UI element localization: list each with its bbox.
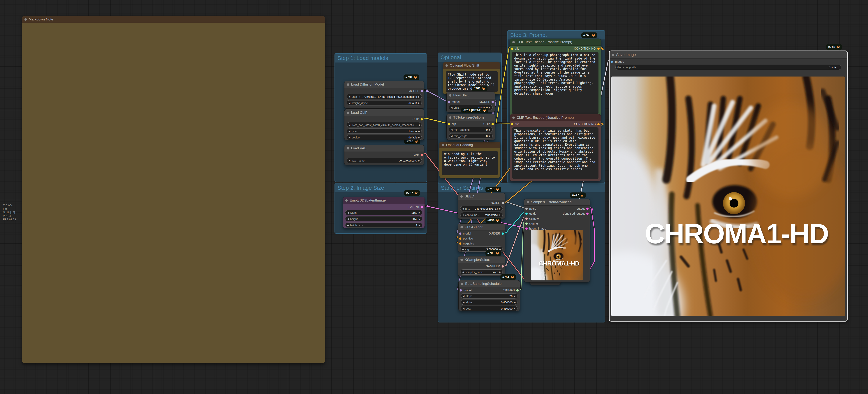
arrow-right-icon[interactable] xyxy=(499,214,501,216)
slot-row-clip-conditioning[interactable]: clipCONDITIONING xyxy=(510,122,601,126)
node-cfg-guider[interactable]: CFGGuider modelGUIDER positive negative … xyxy=(458,223,505,252)
arrow-left-icon[interactable] xyxy=(462,271,464,273)
note-titlebar[interactable]: Optional Flow Shift xyxy=(443,62,500,69)
arrow-left-icon[interactable] xyxy=(462,248,464,250)
input-dot[interactable] xyxy=(511,123,514,125)
arrow-right-icon[interactable] xyxy=(514,295,516,297)
output-dot[interactable] xyxy=(491,101,494,103)
arrow-left-icon[interactable] xyxy=(347,224,349,226)
widget-type[interactable]: typechroma xyxy=(347,129,422,134)
arrow-right-icon[interactable] xyxy=(499,248,501,250)
node-titlebar[interactable]: Save Image xyxy=(610,51,847,59)
node-titlebar[interactable]: CLIP Text Encode (Negative Prompt) xyxy=(510,114,601,121)
arrow-left-icon[interactable] xyxy=(347,212,349,214)
arrow-left-icon[interactable] xyxy=(348,95,350,98)
prompt-textarea[interactable]: This greyscale unfinished sketch has bad… xyxy=(512,128,598,179)
output-dot[interactable] xyxy=(491,123,494,125)
node-load-vae[interactable]: Load VAE VAE vae_nameae.safetensors xyxy=(344,145,424,165)
arrow-left-icon[interactable] xyxy=(463,307,464,310)
slot-row-clip[interactable]: clipCLIP xyxy=(446,121,495,126)
arrow-right-icon[interactable] xyxy=(514,307,516,310)
input-dot[interactable] xyxy=(459,242,462,245)
slot-row-model[interactable]: modelMODEL xyxy=(446,100,495,104)
widget-noise-seed[interactable]: n ...243759308503783 xyxy=(460,206,503,211)
node-load-clip[interactable]: Load CLIP CLIP t5xxl_flan_latest_float8_… xyxy=(344,109,424,140)
output-dot[interactable] xyxy=(421,90,423,92)
widget-beta[interactable]: beta0.450000 xyxy=(461,306,518,311)
slot-row-model-sigmas[interactable]: modelSIGMAS xyxy=(459,288,520,293)
slot-row-clip-conditioning[interactable]: clipCONDITIONING xyxy=(510,46,601,51)
output-dot[interactable] xyxy=(421,153,423,156)
arrow-left-icon[interactable] xyxy=(347,218,349,220)
note-titlebar[interactable]: Markdown Note xyxy=(22,16,325,23)
widget-steps[interactable]: steps26 xyxy=(461,293,518,299)
arrow-right-icon[interactable] xyxy=(489,106,491,109)
node-titlebar[interactable]: EmptySD3LatentImage xyxy=(343,197,425,204)
arrow-right-icon[interactable] xyxy=(514,301,516,304)
output-slot-clip[interactable]: CLIP xyxy=(344,117,424,122)
input-dot[interactable] xyxy=(460,289,462,292)
arrow-right-icon[interactable] xyxy=(489,135,491,137)
node-titlebar[interactable]: Flow Shift xyxy=(446,92,495,99)
node-t5-tokenizer-options[interactable]: T5TokenizerOptions clipCLIP min_padding0… xyxy=(446,114,495,140)
widget-min-length[interactable]: min_length0 xyxy=(449,133,493,138)
output-dot[interactable] xyxy=(421,118,423,120)
arrow-left-icon[interactable] xyxy=(462,207,464,210)
input-dot[interactable] xyxy=(447,123,450,125)
input-dot[interactable] xyxy=(447,101,450,103)
note-markdown[interactable]: Markdown Note xyxy=(22,16,325,363)
arrow-right-icon[interactable] xyxy=(418,212,421,214)
arrow-left-icon[interactable] xyxy=(463,301,464,304)
node-beta-sampling-scheduler[interactable]: BetaSamplingScheduler modelSIGMAS steps2… xyxy=(458,280,520,311)
node-clip-text-encode-negative[interactable]: CLIP Text Encode (Negative Prompt) clipC… xyxy=(510,114,601,181)
input-slot-negative[interactable]: negative xyxy=(458,241,505,246)
arrow-right-icon[interactable] xyxy=(418,224,421,226)
input-dot[interactable] xyxy=(459,237,462,240)
arrow-left-icon[interactable] xyxy=(451,106,453,109)
node-clip-text-encode-positive[interactable]: CLIP Text Encode (Positive Prompt) clipC… xyxy=(510,38,601,116)
arrow-right-icon[interactable] xyxy=(418,95,420,98)
widget-filename-prefix[interactable]: filename_prefixComfyUI xyxy=(615,65,841,70)
widget-vae-name[interactable]: vae_nameae.safetensors xyxy=(347,158,422,163)
input-dot[interactable] xyxy=(525,227,528,230)
input-dot[interactable] xyxy=(525,217,528,220)
input-dot[interactable] xyxy=(525,213,528,215)
arrow-left-icon[interactable] xyxy=(348,130,350,132)
input-dot[interactable] xyxy=(459,232,462,235)
arrow-left-icon[interactable] xyxy=(348,159,350,162)
widget-control-before-generate[interactable]: control be ...randomize xyxy=(460,212,503,217)
widget-unet-name[interactable]: unet_n ...Chroma1-HD-fp8_scaled_rev2.saf… xyxy=(347,94,422,99)
input-slot-sigmas[interactable]: sigmas xyxy=(524,221,590,226)
output-dot[interactable] xyxy=(421,206,424,208)
node-seed[interactable]: SEED NOISE n ...243759308503783 control … xyxy=(458,193,505,219)
arrow-left-icon[interactable] xyxy=(463,295,464,297)
node-load-diffusion-model[interactable]: Load Diffusion Model MODEL unet_n ...Chr… xyxy=(344,81,424,109)
slot-row-model-guider[interactable]: modelGUIDER xyxy=(458,231,505,236)
node-titlebar[interactable]: CFGGuider xyxy=(458,224,505,230)
node-empty-sd3-latent-image[interactable]: EmptySD3LatentImage LATENT width1152 hei… xyxy=(343,197,425,228)
node-ksampler-select[interactable]: KSamplerSelect SAMPLER sampler_nameeuler xyxy=(458,256,505,276)
output-slot-model[interactable]: MODEL xyxy=(344,88,424,93)
arrow-right-icon[interactable] xyxy=(499,271,501,273)
node-titlebar[interactable]: SEED xyxy=(458,193,505,200)
widget-batch-size[interactable]: batch_size1 xyxy=(345,223,422,228)
output-dot[interactable] xyxy=(501,265,504,268)
arrow-right-icon[interactable] xyxy=(418,218,421,220)
slot-row-guider-denoised[interactable]: guiderdenoised_output xyxy=(524,211,590,216)
widget-device[interactable]: devicedefault xyxy=(347,135,422,140)
widget-width[interactable]: width1152 xyxy=(345,210,422,215)
input-slot-positive[interactable]: positive xyxy=(458,236,505,241)
arrow-left-icon[interactable] xyxy=(348,124,350,126)
note-titlebar[interactable]: Optional Padding xyxy=(439,142,500,148)
output-slot-noise[interactable]: NOISE xyxy=(458,200,505,205)
node-titlebar[interactable]: Load Diffusion Model xyxy=(344,81,424,88)
widget-height[interactable]: height1152 xyxy=(345,216,422,221)
note-optional-padding[interactable]: Optional Padding min_padding 1 is the of… xyxy=(439,142,500,178)
node-titlebar[interactable]: SamplerCustomAdvanced xyxy=(524,199,590,205)
output-dot[interactable] xyxy=(597,123,600,125)
input-dot[interactable] xyxy=(525,207,528,210)
input-dot[interactable] xyxy=(525,222,528,225)
arrow-left-icon[interactable] xyxy=(348,102,350,104)
widget-clip-name[interactable]: t5xxl_flan_latest_float8_e4m3fn_scaled_s… xyxy=(347,122,422,128)
output-slot-sampler[interactable]: SAMPLER xyxy=(458,264,505,269)
